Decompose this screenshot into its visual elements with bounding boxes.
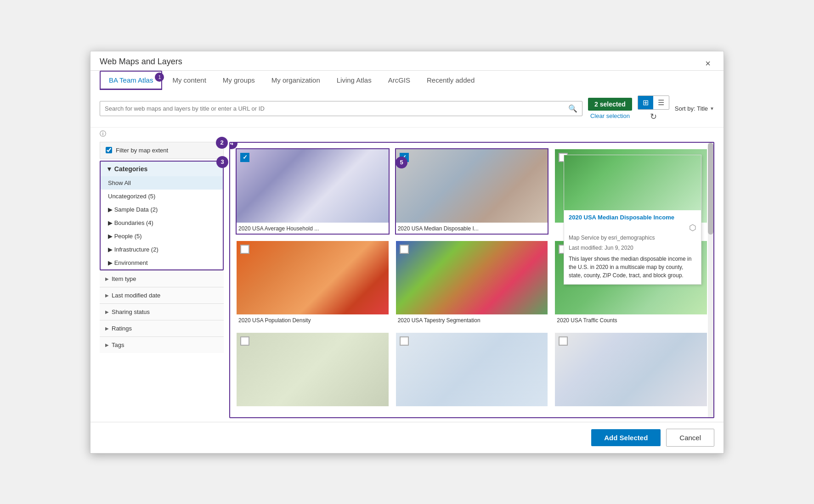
tab-my-groups[interactable]: My groups (215, 72, 263, 90)
tab-my-organization[interactable]: My organization (263, 72, 328, 90)
infrastructure-expand-icon: ▶ (108, 246, 114, 253)
category-show-all[interactable]: Show All (101, 176, 223, 190)
scrollbar-thumb[interactable] (708, 143, 713, 235)
checkbox-row3-1[interactable] (240, 336, 249, 346)
scrollbar-track (708, 143, 713, 417)
checkbox-row3-3[interactable] (559, 336, 568, 346)
add-selected-button[interactable]: Add Selected (591, 429, 661, 446)
label-median-disposable: 2020 USA Median Disposable I... (396, 223, 548, 234)
cancel-button[interactable]: Cancel (666, 429, 714, 447)
checkbox-avg-household[interactable] (240, 153, 249, 162)
sharing-chevron-icon: ▶ (105, 309, 109, 314)
category-boundaries[interactable]: ▶ Boundaries (4) (101, 216, 223, 230)
info-row: ⓘ (90, 128, 724, 142)
filter-extent-section: Filter by map extent 2 (100, 142, 224, 159)
category-uncategorized[interactable]: Uncategorized (5) (101, 190, 223, 203)
tooltip-service-type: Map Service by esri_demographics (564, 233, 701, 243)
tooltip-last-modified: Last modified: Jun 9, 2020 (564, 243, 701, 253)
close-icon[interactable]: × (701, 57, 714, 70)
view-toggles: ⊞ ☰ ↻ (638, 95, 669, 122)
grid-view-button[interactable]: ⊞ (638, 96, 653, 109)
tab-living-atlas[interactable]: Living Atlas (328, 72, 380, 90)
accordion-ratings-header[interactable]: ▶ Ratings (100, 320, 224, 336)
categories-expand-icon: ▼ (106, 165, 113, 173)
tab-ba-team-atlas[interactable]: BA Team Atlas 1 (100, 71, 162, 90)
thumbnail-row3-3 (555, 333, 707, 406)
tooltip-description: This layer shows the median disposable i… (564, 253, 701, 284)
grid-item-row3-3[interactable] (554, 332, 708, 412)
thumbnail-population-density (237, 241, 389, 314)
search-row: 🔍 2 selected Clear selection ⊞ ☰ ↻ Sort … (90, 90, 724, 128)
tab-arcgis[interactable]: ArcGIS (380, 72, 418, 90)
checkbox-row3-2[interactable] (400, 336, 409, 346)
category-sample-data[interactable]: ▶ Sample Data (2) (101, 203, 223, 216)
accordion-item-type: ▶ Item type (100, 270, 224, 287)
dialog-footer: Add Selected Cancel (90, 422, 724, 453)
search-container: 🔍 (100, 101, 582, 116)
info-icon[interactable]: ⓘ (100, 130, 106, 137)
filter-extent-checkbox[interactable] (106, 147, 112, 153)
boundaries-expand-icon: ▶ (108, 219, 114, 226)
grid-item-avg-household[interactable]: 2020 USA Average Household ... (236, 148, 390, 235)
checkbox-population-density[interactable] (240, 245, 249, 254)
tags-chevron-icon: ▶ (105, 342, 109, 347)
label-avg-household: 2020 USA Average Household ... (237, 223, 389, 234)
label-tapestry: 2020 USA Tapestry Segmentation (396, 314, 548, 325)
tab-badge-1: 1 (155, 73, 164, 82)
ratings-chevron-icon: ▶ (105, 326, 109, 331)
people-expand-icon: ▶ (108, 233, 114, 240)
list-view-button[interactable]: ☰ (653, 96, 669, 109)
filter-extent-label: Filter by map extent (116, 147, 168, 154)
item-type-chevron-icon: ▶ (105, 276, 109, 281)
label-traffic-counts: 2020 USA Traffic Counts (555, 314, 707, 325)
sample-data-expand-icon: ▶ (108, 206, 114, 213)
grid-item-row3-2[interactable] (395, 332, 549, 412)
accordion-item-type-header[interactable]: ▶ Item type (100, 271, 224, 287)
label-population-density: 2020 USA Population Density (237, 314, 389, 325)
accordion-sharing-status: ▶ Sharing status (100, 303, 224, 320)
label-row3-2 (396, 406, 548, 411)
sort-dropdown[interactable]: Sort by: Title ▼ (675, 105, 714, 112)
grid-item-median-tooltip[interactable]: 2020 USA Median Disposable Income ⬡ Map … (554, 148, 708, 235)
categories-header[interactable]: ▼ Categories (101, 162, 223, 176)
clear-selection-link[interactable]: Clear selection (590, 112, 630, 119)
accordion-sharing-status-header[interactable]: ▶ Sharing status (100, 304, 224, 320)
grid-item-population-density[interactable]: 2020 USA Population Density (236, 240, 390, 326)
main-content: Filter by map extent 2 3 ▼ Categories Sh… (90, 142, 724, 418)
step-badge-2: 2 (216, 137, 228, 149)
categories-panel: 3 ▼ Categories Show All Uncategorized (5… (100, 161, 224, 270)
checkbox-tapestry[interactable] (400, 245, 409, 254)
grid-item-row3-1[interactable] (236, 332, 390, 412)
thumbnail-row3-2 (396, 333, 548, 406)
accordion-tags: ▶ Tags (100, 336, 224, 353)
refresh-icon[interactable]: ↻ (650, 112, 657, 122)
category-people[interactable]: ▶ People (5) (101, 230, 223, 243)
grid-item-tapestry[interactable]: 2020 USA Tapestry Segmentation (395, 240, 549, 326)
step-badge-5: 5 (396, 157, 407, 168)
label-row3-3 (555, 406, 707, 411)
selected-badge: 2 selected (588, 98, 632, 111)
search-input[interactable] (105, 105, 568, 112)
search-icon: 🔍 (568, 104, 577, 113)
environment-expand-icon: ▶ (108, 259, 114, 266)
map-layer-icon: ⬡ (689, 223, 696, 233)
category-environment[interactable]: ▶ Environment (101, 256, 223, 269)
grid-item-median-disposable[interactable]: 2020 USA Median Disposable I... (395, 148, 549, 235)
selection-group: 2 selected Clear selection (588, 98, 632, 119)
tabs-row: BA Team Atlas 1 My content My groups My … (90, 71, 724, 90)
tooltip-title: 2020 USA Median Disposable Income (564, 210, 701, 223)
tab-my-content[interactable]: My content (164, 72, 214, 90)
sort-chevron-icon: ▼ (710, 106, 714, 111)
thumbnail-tapestry (396, 241, 548, 314)
category-infrastructure[interactable]: ▶ Infrastructure (2) (101, 243, 223, 256)
accordion-ratings: ▶ Ratings (100, 320, 224, 336)
label-row3-1 (237, 406, 389, 411)
content-area: 4 5 2020 USA Average Household ... 2020 … (229, 142, 714, 418)
step-badge-3: 3 (216, 156, 228, 168)
grid-container: 2020 USA Average Household ... 2020 USA … (236, 148, 708, 412)
tab-recently-added[interactable]: Recently added (418, 72, 483, 90)
tooltip-panel: 2020 USA Median Disposable Income ⬡ Map … (564, 155, 701, 285)
accordion-tags-header[interactable]: ▶ Tags (100, 337, 224, 353)
thumbnail-median-disposable (396, 149, 548, 223)
accordion-last-modified-header[interactable]: ▶ Last modified date (100, 287, 224, 303)
